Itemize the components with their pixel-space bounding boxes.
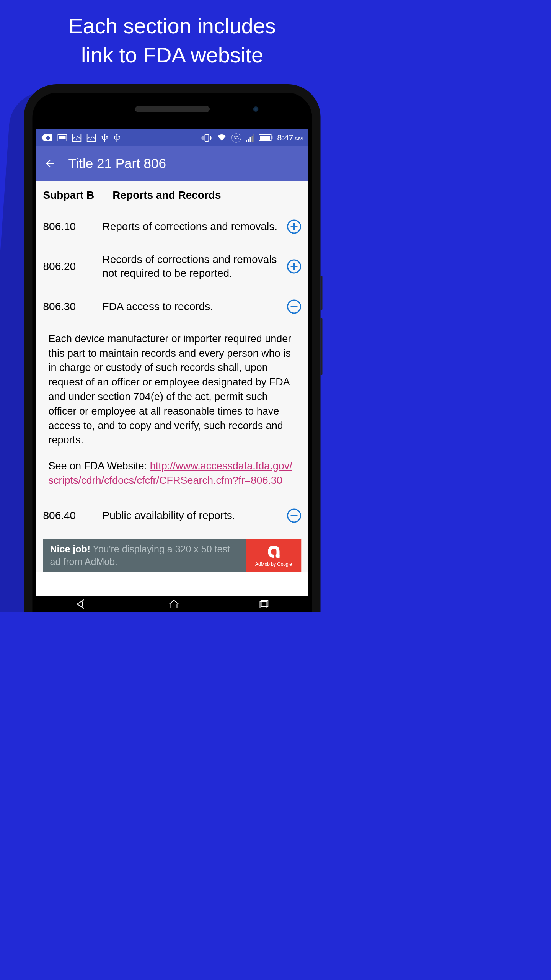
phone-side-button [321, 276, 323, 310]
svg-rect-11 [119, 136, 120, 137]
phone-frame: </> </> [24, 84, 321, 612]
svg-text:</>: </> [87, 136, 96, 141]
plus-circle-icon[interactable] [287, 219, 302, 234]
notification-plus-icon [42, 134, 52, 142]
svg-rect-3 [59, 136, 66, 139]
section-title: Public availability of reports. [103, 509, 279, 523]
section-row[interactable]: 806.10 Reports of corrections and remova… [36, 210, 308, 243]
svg-text:</>: </> [73, 136, 81, 141]
nav-back-button[interactable] [76, 599, 88, 609]
svg-rect-22 [271, 136, 272, 139]
nav-recent-button[interactable] [259, 599, 268, 609]
svg-text:3G: 3G [234, 136, 239, 140]
app-title: Title 21 Part 806 [68, 156, 166, 171]
content-area: Subpart B Reports and Records 806.10 Rep… [36, 181, 308, 572]
usb-icon [101, 133, 108, 143]
back-button[interactable] [44, 157, 56, 170]
admob-nice: Nice job! [50, 544, 91, 554]
section-row[interactable]: 806.20 Records of corrections and remova… [36, 243, 308, 290]
svg-rect-16 [248, 139, 249, 142]
usb-icon [114, 133, 121, 143]
section-title: Records of corrections and removals not … [103, 253, 279, 281]
screen-icon [58, 134, 67, 141]
admob-logo: AdMob by Google [246, 539, 302, 572]
code-icon: </> [72, 134, 82, 142]
admob-text: Nice job! You're displaying a 320 x 50 t… [43, 539, 246, 572]
status-bar: </> </> [36, 129, 308, 146]
section-number: 806.30 [43, 301, 95, 313]
svg-rect-1 [47, 136, 49, 140]
phone-side-button [321, 318, 323, 375]
vibrate-icon [201, 134, 212, 142]
status-right: 3G 8:47AM [201, 133, 303, 143]
phone-camera [253, 106, 259, 112]
svg-rect-9 [106, 136, 108, 137]
section-row[interactable]: 806.40 Public availability of reports. [36, 499, 308, 532]
section-body: Each device manufacturer or importer req… [36, 323, 308, 499]
svg-rect-17 [249, 137, 251, 142]
subpart-title: Reports and Records [112, 189, 221, 201]
section-number: 806.10 [43, 220, 95, 233]
section-body-text: Each device manufacturer or importer req… [49, 332, 296, 448]
status-left: </> </> [42, 133, 121, 143]
android-nav-bar [36, 596, 308, 612]
promo-line2: link to FDA website [81, 43, 263, 67]
svg-rect-18 [251, 136, 253, 142]
svg-point-27 [276, 554, 279, 558]
admob-brand-text: AdMob by Google [255, 562, 292, 567]
svg-rect-15 [246, 140, 247, 142]
svg-point-10 [114, 136, 116, 137]
phone-inner: </> </> [33, 93, 312, 612]
section-title: Reports of corrections and removals. [103, 220, 279, 234]
code-icon: </> [87, 134, 96, 142]
network-3g-icon: 3G [231, 133, 241, 143]
promo-heading: Each section includes link to FDA websit… [0, 0, 344, 73]
section-row[interactable]: 806.30 FDA access to records. [36, 290, 308, 323]
admob-banner[interactable]: Nice job! You're displaying a 320 x 50 t… [43, 539, 302, 572]
back-arrow-icon [44, 157, 56, 170]
phone-speaker [135, 106, 210, 112]
svg-rect-21 [260, 136, 270, 140]
minus-circle-icon[interactable] [287, 299, 302, 314]
admob-logo-icon [266, 544, 282, 559]
plus-circle-icon[interactable] [287, 259, 302, 274]
screen: </> </> [36, 129, 308, 612]
app-bar: Title 21 Part 806 [36, 146, 308, 181]
fda-link-line: See on FDA Website: http://www.accessdat… [49, 459, 296, 488]
nav-home-button[interactable] [168, 599, 179, 609]
section-number: 806.20 [43, 260, 95, 273]
svg-rect-19 [253, 134, 254, 142]
signal-icon [246, 134, 254, 142]
section-number: 806.40 [43, 510, 95, 522]
promo-line1: Each section includes [68, 14, 276, 38]
status-time: 8:47AM [277, 133, 303, 143]
svg-rect-12 [205, 134, 209, 141]
subpart-label: Subpart B [43, 189, 95, 201]
subpart-header: Subpart B Reports and Records [36, 181, 308, 210]
section-title: FDA access to records. [103, 300, 279, 314]
battery-icon [259, 134, 272, 141]
wifi-icon [217, 134, 227, 142]
fda-link-prefix: See on FDA Website: [49, 460, 150, 472]
minus-circle-icon[interactable] [287, 508, 302, 523]
svg-point-8 [102, 136, 103, 137]
